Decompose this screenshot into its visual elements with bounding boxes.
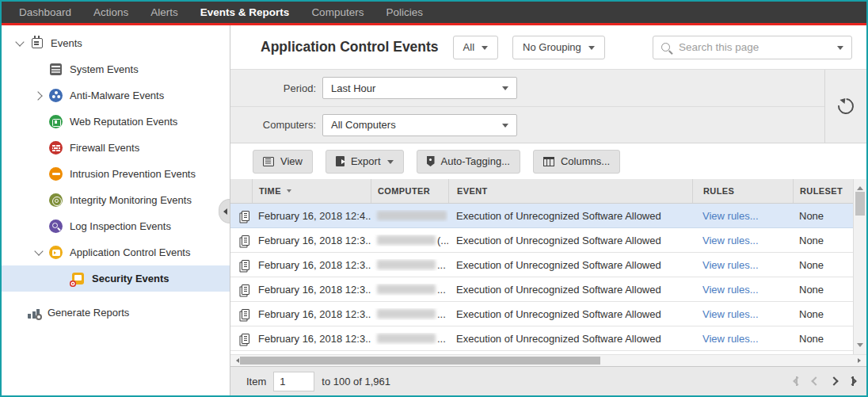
event-record-icon	[242, 309, 249, 319]
sidebar-item[interactable]: Log Inspection Events	[2, 213, 230, 239]
horizontal-scrollbar[interactable]	[230, 354, 866, 366]
export-button-label: Export	[351, 155, 381, 167]
sidebar-item[interactable]: Integrity Monitoring Events	[2, 187, 230, 213]
events-table: TIME COMPUTER EVENT RULES	[230, 179, 866, 354]
table-toolbar: View Export Auto-Tagging... Columns...	[230, 143, 866, 179]
sidebar-item-label: Security Events	[92, 273, 169, 284]
computer-cell: ...	[371, 333, 448, 345]
sidebar-item-label: Log Inspection Events	[70, 220, 171, 232]
sidebar-item-label: Events	[51, 37, 82, 49]
nav-tab[interactable]: Alerts	[139, 6, 189, 18]
sidebar-item[interactable]: Generate Reports	[2, 300, 230, 326]
computer-cell: (...	[371, 235, 448, 246]
view-rules-link[interactable]: View rules...	[702, 333, 759, 345]
table-row[interactable]: February 16, 2018 12:3... ... Execution …	[230, 253, 853, 277]
sidebar-item-label: Anti-Malware Events	[70, 90, 164, 101]
view-button[interactable]: View	[253, 150, 313, 174]
columns-button[interactable]: Columns...	[533, 150, 620, 174]
computer-suffix: (...	[437, 235, 448, 246]
computer-suffix: ...	[437, 333, 446, 345]
view-rules-link[interactable]: View rules...	[702, 308, 759, 320]
event-record-icon	[242, 260, 249, 270]
expander-icon[interactable]	[10, 41, 30, 45]
item-number-input[interactable]	[273, 372, 314, 391]
sidebar-item-label: Intrusion Prevention Events	[70, 168, 196, 180]
event-column-header[interactable]: EVENT	[448, 179, 692, 203]
first-page-button[interactable]	[796, 376, 801, 386]
computer-cell: ...	[371, 284, 448, 296]
refresh-icon[interactable]	[835, 95, 857, 117]
event-record-icon	[242, 235, 249, 246]
view-rules-link[interactable]: View rules...	[702, 210, 759, 222]
scope-filter-dropdown[interactable]: All	[453, 36, 498, 59]
sidebar-item-label: System Events	[70, 63, 139, 75]
search-options-caret-icon[interactable]	[837, 46, 843, 53]
scroll-right-icon[interactable]	[858, 358, 863, 363]
view-rules-link[interactable]: View rules...	[702, 284, 759, 296]
sidebar-item[interactable]: Application Control Events	[2, 239, 230, 265]
grouping-label: No Grouping	[523, 41, 581, 53]
expander-icon[interactable]	[29, 250, 49, 254]
scroll-down-icon[interactable]	[857, 343, 863, 350]
integrity-monitoring-icon	[49, 193, 63, 207]
nav-tab[interactable]: Actions	[82, 6, 139, 18]
view-button-label: View	[280, 155, 303, 167]
computer-column-header[interactable]: COMPUTER	[371, 179, 448, 203]
page-header: Application Control Events All No Groupi…	[230, 25, 866, 69]
sidebar-item-label: Web Reputation Events	[70, 116, 177, 128]
auto-tagging-button[interactable]: Auto-Tagging...	[417, 150, 520, 174]
previous-page-button[interactable]	[813, 378, 819, 384]
next-page-button[interactable]	[831, 378, 837, 384]
nav-tab[interactable]: Dashboard	[8, 6, 82, 18]
nav-tab[interactable]: Policies	[375, 6, 434, 18]
export-button[interactable]: Export	[326, 150, 404, 174]
sidebar-item[interactable]: Firewall Events	[2, 135, 230, 161]
sidebar-item[interactable]: Web Reputation Events	[2, 109, 230, 135]
refresh-area	[824, 70, 866, 143]
sidebar-item[interactable]: System Events	[2, 56, 230, 82]
period-select[interactable]: Last Hour	[322, 77, 517, 99]
scroll-left-icon[interactable]	[234, 358, 239, 363]
table-row[interactable]: February 16, 2018 12:3... (... Execution…	[230, 228, 853, 253]
time-cell: February 16, 2018 12:3...	[252, 259, 371, 271]
sidebar-item[interactable]: Intrusion Prevention Events	[2, 161, 230, 187]
vertical-scrollbar[interactable]	[853, 179, 866, 354]
sidebar-item[interactable]: Events	[2, 30, 230, 56]
computer-suffix: ...	[437, 308, 446, 320]
table-row[interactable]: February 16, 2018 12:3... ... Execution …	[230, 302, 853, 326]
table-row[interactable]: February 16, 2018 12:4... ... Execution …	[230, 204, 853, 228]
export-icon	[336, 156, 345, 166]
nav-tab[interactable]: Computers	[300, 6, 375, 18]
computer-cell: ...	[371, 210, 448, 222]
computers-label: Computers:	[230, 119, 316, 131]
view-rules-link[interactable]: View rules...	[702, 235, 759, 246]
computer-cell: ...	[371, 259, 448, 271]
search-box[interactable]	[653, 36, 852, 59]
table-row[interactable]: February 16, 2018 12:3... ... Execution …	[230, 326, 853, 351]
event-record-icon	[242, 334, 249, 344]
redacted-computer-name	[377, 284, 436, 294]
ruleset-column-header[interactable]: RULESET	[793, 179, 853, 203]
rules-column-header[interactable]: RULES	[692, 179, 793, 203]
scope-filter-label: All	[463, 41, 474, 53]
sidebar-item[interactable]: Security Events	[2, 265, 230, 292]
horizontal-scrollbar-thumb[interactable]	[240, 357, 600, 365]
view-rules-link[interactable]: View rules...	[702, 259, 759, 271]
table-row[interactable]: February 16, 2018 12:3... ... Execution …	[230, 277, 853, 302]
events-icon	[32, 38, 43, 48]
computers-select[interactable]: All Computers	[322, 114, 517, 136]
search-input[interactable]	[677, 40, 830, 54]
expander-icon[interactable]	[29, 93, 49, 99]
redacted-computer-name	[377, 211, 447, 220]
sidebar-item[interactable]: Anti-Malware Events	[2, 82, 230, 109]
scroll-up-icon[interactable]	[857, 183, 863, 190]
nav-tab[interactable]: Events & Reports	[189, 6, 301, 18]
last-page-button[interactable]	[849, 376, 854, 386]
computer-suffix: ...	[437, 284, 446, 296]
event-cell: Execution of Unrecognized Software Allow…	[448, 259, 692, 271]
time-column-header[interactable]: TIME	[252, 179, 371, 203]
redacted-computer-name	[377, 334, 436, 343]
ruleset-cell: None	[793, 333, 853, 345]
grouping-dropdown[interactable]: No Grouping	[512, 36, 605, 59]
vertical-scrollbar-thumb[interactable]	[855, 192, 865, 216]
